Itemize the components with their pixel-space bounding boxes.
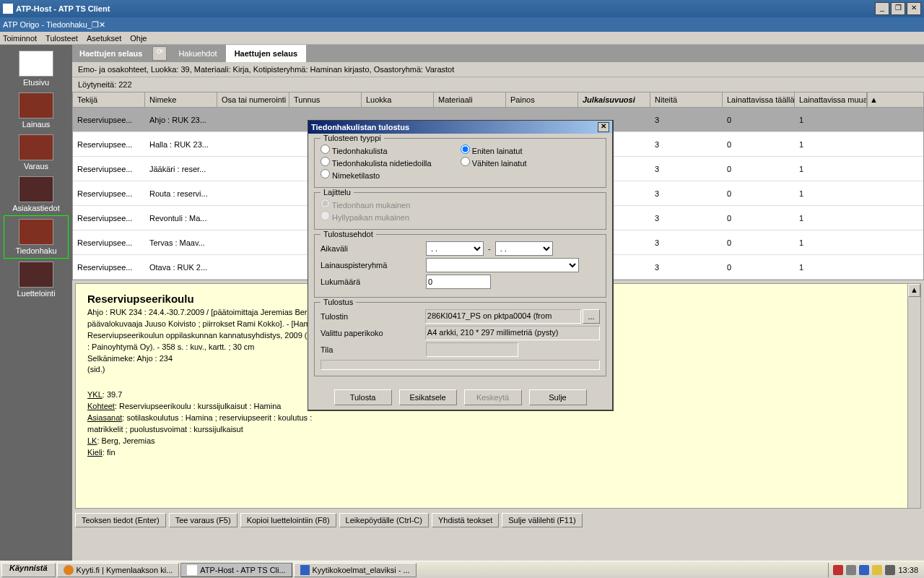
inner-close-button[interactable]: ✕ [99,20,105,30]
refresh-button[interactable]: ⟳ [152,46,167,61]
label-lukumaara: Lukumäärä [321,277,426,286]
close-button[interactable]: ✕ [907,2,921,15]
detail-kieli: Kieli: fin [87,447,909,459]
sidebar-item-varaus[interactable]: Varaus [4,131,69,173]
radio-vahiten-lainatut[interactable]: Vähiten lainatut [461,157,527,168]
date-from-select[interactable]: . . [426,241,484,256]
th-painos[interactable]: Painos [506,92,578,107]
lainauspisteryhma-select[interactable] [426,258,579,272]
table-scroll-up[interactable]: ▲ [867,92,880,107]
clock[interactable]: 13:38 [898,566,918,574]
menu-toiminnot[interactable]: Toiminnot [3,34,37,43]
dialog-titlebar[interactable]: Tiedonhakulistan tulostus ✕ [308,121,612,134]
outer-window-titlebar: ATP-Host - ATP TS Client _ ❐ ✕ [0,0,924,17]
app-icon [3,4,13,14]
outer-title: ATP-Host - ATP TS Client [16,4,873,13]
bottom-actions: Teoksen tiedot (Enter) Tee varaus (F5) K… [72,512,924,529]
th-nimeke[interactable]: Nimeke [145,92,217,107]
btn-tulosta[interactable]: Tulosta [334,389,392,405]
search-records-icon [19,219,53,245]
inner-title: ATP Origo - Tiedonhaku [3,20,87,29]
btn-sulje-valilehti[interactable]: Sulje välilehti (F11) [502,513,583,527]
tray-icon-4[interactable] [872,565,882,575]
tab-haettujen-selaus[interactable]: Haettujen selaus [226,45,306,62]
date-to-select[interactable]: . . [495,241,553,256]
dialog-close-button[interactable]: ✕ [598,122,609,132]
menu-bar: Toiminnot Tulosteet Asetukset Ohje [0,32,924,45]
label-aikavali: Aikaväli [321,244,426,253]
person-icon [19,176,53,202]
inner-maximize-button[interactable]: ❐ [92,20,99,30]
legend-cond: Tulostusehdot [321,230,376,238]
home-icon [19,51,53,77]
th-lainattavissa-muualla[interactable]: Lainattavissa muualla [795,92,867,107]
task-firefox[interactable]: Kyyti.fi | Kymenlaakson ki... [57,563,180,577]
progress-bar [321,360,600,370]
btn-teoksen-tiedot[interactable]: Teoksen tiedot (Enter) [75,513,166,527]
th-tunnus[interactable]: Tunnus [289,92,362,107]
books-icon [19,92,53,118]
sidebar-item-luettelointi[interactable]: Luettelointi [4,259,69,301]
lukumaara-input[interactable] [426,275,491,289]
radio-tiedonhakulista-nidetiedoilla[interactable]: Tiedonhakulista nidetiedoilla [321,157,432,168]
legend-sort: Lajittelu [321,188,354,197]
catalog-icon [19,262,53,288]
tab-hakuehdot[interactable]: Hakuehdot [170,45,225,62]
menu-asetukset[interactable]: Asetukset [87,34,121,43]
section-title: Haettujen selaus [72,45,149,62]
table-header: Tekijä Nimeke Osa tai numerointi Tunnus … [73,92,923,108]
menu-tulosteet[interactable]: Tulosteet [45,34,78,43]
label-tila: Tila [321,345,426,354]
task-word[interactable]: Kyytikokoelmat_elaviksi - ... [294,563,417,577]
maximize-button[interactable]: ❐ [891,2,905,15]
radio-hyllypaikan-mukainen: Hyllypaikan mukainen [321,211,600,222]
system-tray: 13:38 [828,563,923,577]
btn-kopioi-luettelointiin[interactable]: Kopioi luettelointiin (F8) [240,513,336,527]
btn-yhdista-teokset[interactable]: Yhdistä teokset [432,513,499,527]
th-tekija[interactable]: Tekijä [73,92,145,107]
th-osa[interactable]: Osa tai numerointi [217,92,289,107]
btn-esikatsele[interactable]: Esikatsele [399,389,457,405]
inner-window-titlebar: ATP Origo - Tiedonhaku _ ❐ ✕ [0,17,924,32]
btn-tee-varaus[interactable]: Tee varaus (F5) [169,513,237,527]
sidebar-item-tiedonhaku[interactable]: Tiedonhaku [4,215,69,259]
task-atp-host[interactable]: ATP-Host - ATP TS Cli... [180,563,292,577]
th-julkaisuvuosi[interactable]: Julkaisuvuosi [578,92,650,107]
menu-ohje[interactable]: Ohje [130,34,147,43]
radio-nimeketilasto[interactable]: Nimeketilasto [321,169,432,180]
tray-icon-1[interactable] [833,565,843,575]
breadcrumb: Emo- ja osakohteet, Luokka: 39, Materiaa… [72,62,924,77]
start-button[interactable]: Käynnistä [1,563,56,577]
fieldset-lajittelu: Lajittelu Tiedonhaun mukainen Hyllypaika… [314,192,606,230]
tray-icon-2[interactable] [846,565,856,575]
th-lainattavissa-taalla[interactable]: Lainattavissa täällä [723,92,795,107]
btn-sulje[interactable]: Sulje [529,389,587,405]
radio-eniten-lainatut[interactable]: Eniten lainatut [461,144,527,155]
label-lainauspisteryhma: Lainauspisteryhmä [321,261,426,269]
sidebar-item-asiakastiedot[interactable]: Asiakastiedot [4,173,69,215]
btn-keskeyta: Keskeytä [464,389,522,405]
radio-tiedonhakulista[interactable]: Tiedonhakulista [321,144,432,155]
sidebar-item-lainaus[interactable]: Lainaus [4,90,69,131]
th-niteita[interactable]: Niteitä [650,92,723,107]
detail-scrollbar[interactable]: ▲ [907,284,920,508]
result-count: Löytyneitä: 222 [72,77,924,92]
minimize-button[interactable]: _ [875,2,889,15]
printer-readonly: 286KI0417_PS on pktpa0004 (from [425,309,581,324]
atp-icon [187,565,197,575]
scroll-up-icon[interactable]: ▲ [908,284,920,297]
sidebar: Etusivu Lainaus Varaus Asiakastiedot Tie… [0,45,72,561]
detail-lk: LK: Berg, Jeremias [87,436,909,447]
sidebar-item-etusivu[interactable]: Etusivu [4,48,69,90]
tray-icon-3[interactable] [859,565,869,575]
tabs-row: Haettujen selaus ⟳ Hakuehdot Haettujen s… [72,45,924,62]
label-tulostin: Tulostin [321,312,425,321]
dialog-title-text: Tiedonhakulistan tulostus [311,123,598,131]
label-paperikoko: Valittu paperikoko [321,329,425,337]
tila-readonly [426,342,518,357]
th-materiaali[interactable]: Materiaali [434,92,506,107]
printer-browse-button[interactable]: ... [583,309,600,324]
btn-leikepoydalle[interactable]: Leikepöydälle (Ctrl-C) [339,513,429,527]
th-luokka[interactable]: Luokka [362,92,434,107]
tray-icon-5[interactable] [885,565,895,575]
